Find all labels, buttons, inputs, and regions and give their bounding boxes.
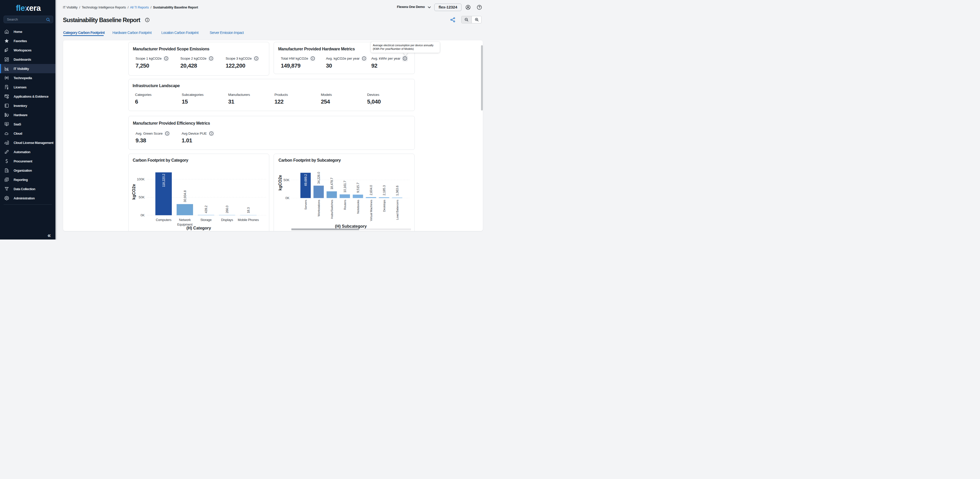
svg-text:(H) Category: (H) Category bbox=[187, 226, 211, 230]
svg-text:Carbon Footprint by Category: Carbon Footprint by Category bbox=[133, 158, 188, 163]
svg-text:Carbon Footprint by Subcategor: Carbon Footprint by Subcategory bbox=[278, 158, 340, 163]
svg-text:Network: Network bbox=[179, 218, 191, 222]
svg-text:Load Balancers: Load Balancers bbox=[396, 200, 399, 220]
svg-text:34,226.0: 34,226.0 bbox=[317, 172, 321, 184]
svg-text:439.2: 439.2 bbox=[204, 205, 208, 213]
svg-text:Servers: Servers bbox=[304, 200, 307, 210]
svg-text:Routers: Routers bbox=[343, 200, 347, 210]
svg-text:0K: 0K bbox=[285, 196, 289, 200]
svg-text:266.0: 266.0 bbox=[226, 205, 229, 213]
svg-text:50K: 50K bbox=[283, 178, 289, 182]
svg-text:18,478.7: 18,478.7 bbox=[330, 177, 334, 190]
svg-text:Mobile Phones: Mobile Phones bbox=[238, 218, 259, 222]
svg-text:118,220.2: 118,220.2 bbox=[162, 174, 165, 187]
svg-text:Storage: Storage bbox=[200, 218, 212, 222]
svg-text:Displays: Displays bbox=[221, 218, 233, 222]
svg-text:30,934.8: 30,934.8 bbox=[183, 190, 187, 202]
svg-text:Workstations: Workstations bbox=[317, 200, 321, 216]
svg-text:18.3: 18.3 bbox=[247, 207, 250, 213]
svg-text:1,363.6: 1,363.6 bbox=[396, 185, 399, 196]
svg-text:Hubs/Switches: Hubs/Switches bbox=[330, 200, 334, 219]
svg-text:10,161.7: 10,161.7 bbox=[343, 180, 347, 192]
svg-text:69,689.2: 69,689.2 bbox=[304, 174, 307, 186]
svg-text:Notebooks: Notebooks bbox=[356, 200, 360, 214]
svg-text:Computers: Computers bbox=[156, 218, 172, 222]
svg-text:0K: 0K bbox=[141, 213, 145, 217]
svg-text:100K: 100K bbox=[137, 177, 145, 181]
svg-text:kgCO2e: kgCO2e bbox=[278, 175, 282, 190]
svg-text:kgCO2e: kgCO2e bbox=[132, 184, 136, 200]
svg-text:(H) Subcategory: (H) Subcategory bbox=[335, 224, 367, 228]
svg-text:9,515.7: 9,515.7 bbox=[356, 182, 360, 193]
svg-text:Virtual Machines: Virtual Machines bbox=[369, 200, 373, 221]
svg-text:50K: 50K bbox=[139, 195, 145, 199]
svg-text:Desktops: Desktops bbox=[382, 200, 386, 212]
svg-text:2,185.3: 2,185.3 bbox=[382, 185, 386, 195]
svg-text:2,604.0: 2,604.0 bbox=[369, 185, 373, 195]
